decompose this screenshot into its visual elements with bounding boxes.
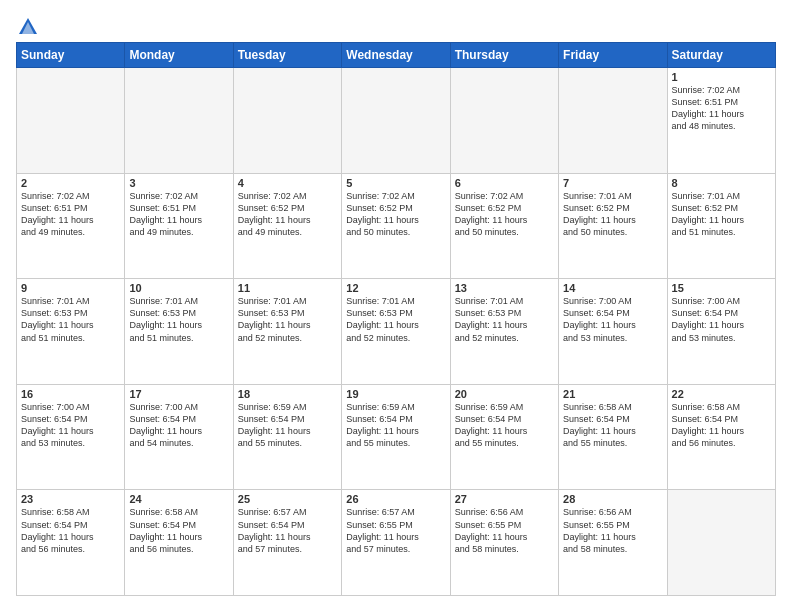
calendar-cell: 25Sunrise: 6:57 AM Sunset: 6:54 PM Dayli… — [233, 490, 341, 596]
calendar-cell: 12Sunrise: 7:01 AM Sunset: 6:53 PM Dayli… — [342, 279, 450, 385]
calendar-cell: 6Sunrise: 7:02 AM Sunset: 6:52 PM Daylig… — [450, 173, 558, 279]
day-number: 10 — [129, 282, 228, 294]
day-number: 21 — [563, 388, 662, 400]
calendar-cell: 28Sunrise: 6:56 AM Sunset: 6:55 PM Dayli… — [559, 490, 667, 596]
calendar-cell — [125, 68, 233, 174]
day-info: Sunrise: 7:02 AM Sunset: 6:51 PM Dayligh… — [129, 190, 228, 239]
day-number: 28 — [563, 493, 662, 505]
calendar-cell: 1Sunrise: 7:02 AM Sunset: 6:51 PM Daylig… — [667, 68, 775, 174]
calendar-cell: 8Sunrise: 7:01 AM Sunset: 6:52 PM Daylig… — [667, 173, 775, 279]
calendar-table: SundayMondayTuesdayWednesdayThursdayFrid… — [16, 42, 776, 596]
day-number: 17 — [129, 388, 228, 400]
weekday-header-tuesday: Tuesday — [233, 43, 341, 68]
calendar-cell: 13Sunrise: 7:01 AM Sunset: 6:53 PM Dayli… — [450, 279, 558, 385]
day-info: Sunrise: 6:59 AM Sunset: 6:54 PM Dayligh… — [346, 401, 445, 450]
day-number: 3 — [129, 177, 228, 189]
day-info: Sunrise: 6:58 AM Sunset: 6:54 PM Dayligh… — [21, 506, 120, 555]
day-info: Sunrise: 6:59 AM Sunset: 6:54 PM Dayligh… — [238, 401, 337, 450]
day-info: Sunrise: 7:00 AM Sunset: 6:54 PM Dayligh… — [672, 295, 771, 344]
calendar-cell: 19Sunrise: 6:59 AM Sunset: 6:54 PM Dayli… — [342, 384, 450, 490]
calendar-cell: 17Sunrise: 7:00 AM Sunset: 6:54 PM Dayli… — [125, 384, 233, 490]
calendar-cell: 2Sunrise: 7:02 AM Sunset: 6:51 PM Daylig… — [17, 173, 125, 279]
day-number: 25 — [238, 493, 337, 505]
calendar-cell: 18Sunrise: 6:59 AM Sunset: 6:54 PM Dayli… — [233, 384, 341, 490]
day-number: 12 — [346, 282, 445, 294]
weekday-header-saturday: Saturday — [667, 43, 775, 68]
day-number: 11 — [238, 282, 337, 294]
day-info: Sunrise: 7:01 AM Sunset: 6:53 PM Dayligh… — [346, 295, 445, 344]
day-number: 1 — [672, 71, 771, 83]
weekday-header-thursday: Thursday — [450, 43, 558, 68]
calendar-cell: 10Sunrise: 7:01 AM Sunset: 6:53 PM Dayli… — [125, 279, 233, 385]
day-number: 15 — [672, 282, 771, 294]
day-info: Sunrise: 6:57 AM Sunset: 6:54 PM Dayligh… — [238, 506, 337, 555]
day-info: Sunrise: 7:02 AM Sunset: 6:52 PM Dayligh… — [455, 190, 554, 239]
day-number: 16 — [21, 388, 120, 400]
day-info: Sunrise: 7:02 AM Sunset: 6:51 PM Dayligh… — [672, 84, 771, 133]
day-number: 27 — [455, 493, 554, 505]
logo-icon — [17, 16, 39, 38]
calendar-cell — [342, 68, 450, 174]
week-row-5: 23Sunrise: 6:58 AM Sunset: 6:54 PM Dayli… — [17, 490, 776, 596]
day-info: Sunrise: 7:02 AM Sunset: 6:52 PM Dayligh… — [346, 190, 445, 239]
day-info: Sunrise: 7:00 AM Sunset: 6:54 PM Dayligh… — [21, 401, 120, 450]
calendar-cell: 21Sunrise: 6:58 AM Sunset: 6:54 PM Dayli… — [559, 384, 667, 490]
day-info: Sunrise: 7:01 AM Sunset: 6:52 PM Dayligh… — [672, 190, 771, 239]
day-number: 13 — [455, 282, 554, 294]
calendar-cell — [667, 490, 775, 596]
header — [16, 16, 776, 34]
day-info: Sunrise: 6:56 AM Sunset: 6:55 PM Dayligh… — [455, 506, 554, 555]
day-info: Sunrise: 6:59 AM Sunset: 6:54 PM Dayligh… — [455, 401, 554, 450]
calendar-cell: 15Sunrise: 7:00 AM Sunset: 6:54 PM Dayli… — [667, 279, 775, 385]
day-number: 7 — [563, 177, 662, 189]
calendar-cell: 14Sunrise: 7:00 AM Sunset: 6:54 PM Dayli… — [559, 279, 667, 385]
day-info: Sunrise: 7:01 AM Sunset: 6:53 PM Dayligh… — [129, 295, 228, 344]
day-number: 14 — [563, 282, 662, 294]
weekday-header-monday: Monday — [125, 43, 233, 68]
day-info: Sunrise: 7:01 AM Sunset: 6:53 PM Dayligh… — [21, 295, 120, 344]
calendar-cell: 4Sunrise: 7:02 AM Sunset: 6:52 PM Daylig… — [233, 173, 341, 279]
day-number: 6 — [455, 177, 554, 189]
calendar-cell: 11Sunrise: 7:01 AM Sunset: 6:53 PM Dayli… — [233, 279, 341, 385]
day-info: Sunrise: 7:01 AM Sunset: 6:53 PM Dayligh… — [238, 295, 337, 344]
day-number: 5 — [346, 177, 445, 189]
day-number: 26 — [346, 493, 445, 505]
weekday-header-friday: Friday — [559, 43, 667, 68]
day-info: Sunrise: 7:01 AM Sunset: 6:53 PM Dayligh… — [455, 295, 554, 344]
logo — [16, 16, 40, 34]
week-row-2: 2Sunrise: 7:02 AM Sunset: 6:51 PM Daylig… — [17, 173, 776, 279]
calendar-cell: 9Sunrise: 7:01 AM Sunset: 6:53 PM Daylig… — [17, 279, 125, 385]
calendar-cell: 22Sunrise: 6:58 AM Sunset: 6:54 PM Dayli… — [667, 384, 775, 490]
calendar-cell: 5Sunrise: 7:02 AM Sunset: 6:52 PM Daylig… — [342, 173, 450, 279]
day-number: 2 — [21, 177, 120, 189]
day-info: Sunrise: 7:00 AM Sunset: 6:54 PM Dayligh… — [563, 295, 662, 344]
calendar-cell: 23Sunrise: 6:58 AM Sunset: 6:54 PM Dayli… — [17, 490, 125, 596]
calendar-cell: 27Sunrise: 6:56 AM Sunset: 6:55 PM Dayli… — [450, 490, 558, 596]
day-info: Sunrise: 6:56 AM Sunset: 6:55 PM Dayligh… — [563, 506, 662, 555]
calendar-cell: 16Sunrise: 7:00 AM Sunset: 6:54 PM Dayli… — [17, 384, 125, 490]
day-info: Sunrise: 6:57 AM Sunset: 6:55 PM Dayligh… — [346, 506, 445, 555]
calendar-cell — [233, 68, 341, 174]
calendar-cell: 20Sunrise: 6:59 AM Sunset: 6:54 PM Dayli… — [450, 384, 558, 490]
calendar-cell — [17, 68, 125, 174]
week-row-1: 1Sunrise: 7:02 AM Sunset: 6:51 PM Daylig… — [17, 68, 776, 174]
calendar-cell — [559, 68, 667, 174]
day-number: 4 — [238, 177, 337, 189]
day-number: 8 — [672, 177, 771, 189]
page: SundayMondayTuesdayWednesdayThursdayFrid… — [0, 0, 792, 612]
day-number: 19 — [346, 388, 445, 400]
calendar-cell: 3Sunrise: 7:02 AM Sunset: 6:51 PM Daylig… — [125, 173, 233, 279]
day-number: 22 — [672, 388, 771, 400]
day-info: Sunrise: 6:58 AM Sunset: 6:54 PM Dayligh… — [129, 506, 228, 555]
day-info: Sunrise: 7:01 AM Sunset: 6:52 PM Dayligh… — [563, 190, 662, 239]
day-info: Sunrise: 7:00 AM Sunset: 6:54 PM Dayligh… — [129, 401, 228, 450]
day-number: 18 — [238, 388, 337, 400]
calendar-cell: 7Sunrise: 7:01 AM Sunset: 6:52 PM Daylig… — [559, 173, 667, 279]
day-info: Sunrise: 6:58 AM Sunset: 6:54 PM Dayligh… — [563, 401, 662, 450]
calendar-cell: 24Sunrise: 6:58 AM Sunset: 6:54 PM Dayli… — [125, 490, 233, 596]
week-row-4: 16Sunrise: 7:00 AM Sunset: 6:54 PM Dayli… — [17, 384, 776, 490]
day-info: Sunrise: 7:02 AM Sunset: 6:51 PM Dayligh… — [21, 190, 120, 239]
day-number: 20 — [455, 388, 554, 400]
day-number: 23 — [21, 493, 120, 505]
calendar-cell — [450, 68, 558, 174]
